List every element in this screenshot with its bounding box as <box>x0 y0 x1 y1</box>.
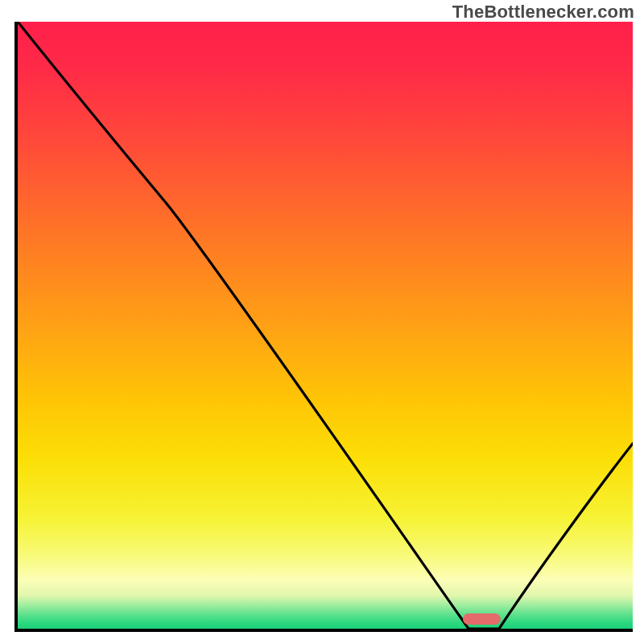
optimal-marker <box>463 613 501 625</box>
background-gradient <box>18 22 633 629</box>
attribution-text: TheBottlenecker.com <box>452 2 634 23</box>
plot-area <box>14 22 633 632</box>
chart-frame: TheBottlenecker.com <box>0 0 644 644</box>
svg-rect-0 <box>18 22 633 629</box>
